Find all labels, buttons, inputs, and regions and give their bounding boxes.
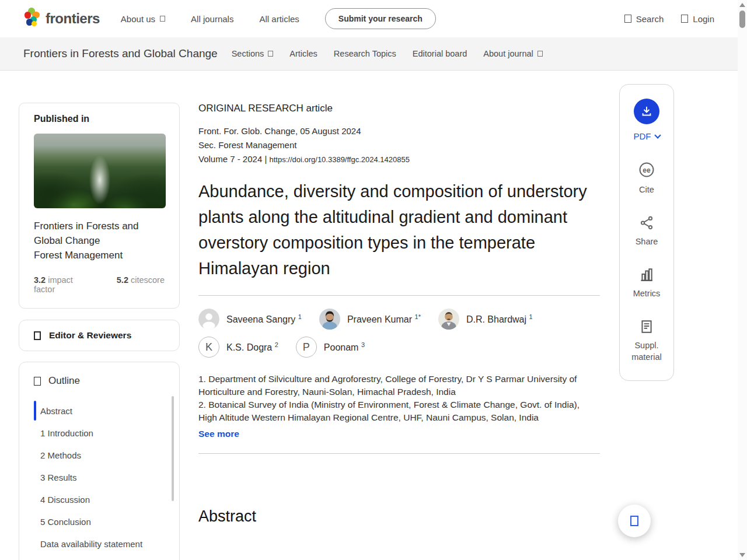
journal-nav-about-journal[interactable]: About journal: [483, 49, 542, 58]
journal-nav-editorial-board[interactable]: Editorial board: [413, 49, 467, 58]
outline-scrollbar-thumb[interactable]: [172, 396, 174, 501]
pdf-dropdown[interactable]: PDF: [634, 131, 660, 141]
section-line: Sec. Forest Management: [198, 138, 600, 152]
journal-nav-articles[interactable]: Articles: [289, 49, 317, 58]
divider: [198, 295, 600, 296]
metrics-button[interactable]: Metrics: [633, 267, 661, 299]
chat-icon: [630, 516, 638, 526]
outline-item-conclusion[interactable]: 5 Conclusion: [19, 510, 179, 533]
submit-research-button[interactable]: Submit your research: [325, 8, 436, 29]
see-more-link[interactable]: See more: [198, 429, 239, 439]
journal-navbar: Frontiers in Forests and Global Change S…: [0, 37, 738, 71]
frontiers-logo-icon: [23, 7, 41, 30]
cite-button[interactable]: ee Cite: [638, 161, 655, 195]
affiliation-2: 2. Botanical Survey of India (Ministry o…: [198, 398, 600, 424]
scroll-down-arrow[interactable]: [739, 553, 745, 557]
page: frontiers About us All journals All arti…: [0, 0, 747, 560]
editor-reviewers-label: Editor & Reviewers: [49, 330, 131, 341]
citation-line: Front. For. Glob. Change, 05 August 2024: [198, 124, 600, 138]
login-button[interactable]: Login: [681, 14, 714, 24]
outline-icon: [34, 377, 41, 386]
login-icon: [681, 15, 688, 23]
svg-text:ee: ee: [643, 166, 651, 174]
journal-name-link[interactable]: Frontiers in Forests and Global Change F…: [34, 219, 165, 262]
editor-icon: [34, 331, 41, 340]
topnav-links: About us All journals All articles Submi…: [121, 8, 436, 29]
author-dr-bhardwaj[interactable]: D.R. Bhardwaj 1: [438, 309, 533, 330]
nav-about-us[interactable]: About us: [121, 14, 165, 24]
volume-doi-line: Volume 7 - 2024 | https://doi.org/10.338…: [198, 152, 600, 167]
page-scrollbar[interactable]: [738, 0, 747, 560]
impact-factor: 3.2impact factor: [34, 275, 96, 294]
author-ks-dogra[interactable]: K K.S. Dogra 2: [198, 337, 278, 358]
outline-item-abstract[interactable]: Abstract: [19, 400, 179, 422]
editor-reviewers-card[interactable]: Editor & Reviewers: [19, 320, 180, 351]
scrollbar-thumb[interactable]: [739, 10, 745, 28]
nav-all-articles[interactable]: All articles: [259, 14, 299, 24]
left-sidebar: Published in Frontiers in Forests and Gl…: [19, 103, 180, 560]
nav-all-journals[interactable]: All journals: [191, 14, 233, 24]
share-icon: [639, 215, 654, 230]
article-title: Abundance, diversity and composition of …: [198, 178, 600, 281]
outline-item-results[interactable]: 3 Results: [19, 466, 179, 488]
outline-card: Outline Abstract 1 Introduction 2 Method…: [19, 362, 180, 560]
author-avatar-silhouette-icon: [198, 309, 219, 330]
affiliation-1: 1. Department of Silviculture and Agrofo…: [198, 373, 600, 398]
citescore: 5.2citescore: [117, 275, 165, 294]
author-avatar-photo: [319, 309, 340, 330]
chevron-down-icon: [654, 132, 661, 138]
chat-help-button[interactable]: [618, 505, 651, 537]
topnav-right: Search Login: [624, 14, 714, 24]
author-avatar-photo: [438, 309, 459, 330]
author-poonam[interactable]: P Poonam 3: [296, 337, 365, 358]
outline-list: Abstract 1 Introduction 2 Methods 3 Resu…: [19, 400, 179, 560]
author-avatar-letter: P: [296, 337, 317, 358]
document-icon: [639, 319, 654, 334]
article-type-label: ORIGINAL RESEARCH article: [198, 103, 600, 114]
outline-item-discussion[interactable]: 4 Discussion: [19, 488, 179, 510]
author-saveena-sangry[interactable]: Saveena Sangry 1: [198, 309, 302, 330]
dropdown-indicator-icon: [268, 51, 273, 57]
journal-nav-sections[interactable]: Sections: [232, 49, 274, 58]
doi-link[interactable]: https://doi.org/10.3389/ffgc.2024.142085…: [270, 155, 410, 164]
dropdown-indicator-icon: [160, 16, 165, 22]
search-button[interactable]: Search: [624, 14, 664, 24]
outline-item-methods[interactable]: 2 Methods: [19, 444, 179, 466]
scroll-up-arrow[interactable]: [739, 3, 745, 7]
outline-title: Outline: [48, 375, 80, 387]
outline-item-data-availability[interactable]: Data availability statement: [19, 533, 179, 555]
share-button[interactable]: Share: [636, 215, 658, 247]
article-main: ORIGINAL RESEARCH article Front. For. Gl…: [198, 103, 600, 526]
abstract-heading: Abstract: [198, 508, 600, 526]
top-navbar: frontiers About us All journals All arti…: [0, 0, 738, 37]
author-avatar-letter: K: [198, 337, 219, 358]
dropdown-indicator-icon: [537, 51, 543, 57]
frontiers-logo[interactable]: frontiers: [23, 7, 100, 30]
download-icon: [640, 105, 653, 118]
journal-cover-image[interactable]: [34, 134, 166, 208]
outline-item-author-contributions[interactable]: Author contributions: [19, 555, 179, 560]
journal-nav-links: Sections Articles Research Topics Editor…: [232, 49, 543, 58]
cite-icon: ee: [638, 161, 655, 178]
journal-home-link[interactable]: Frontiers in Forests and Global Change: [23, 47, 218, 60]
author-praveen-kumar[interactable]: Praveen Kumar 1*: [319, 309, 421, 330]
outline-header[interactable]: Outline: [19, 375, 179, 387]
article-meta: Front. For. Glob. Change, 05 August 2024…: [198, 124, 600, 167]
author-list: Saveena Sangry 1 Praveen Kumar 1* D.R. B…: [198, 309, 600, 358]
journal-nav-research-topics[interactable]: Research Topics: [334, 49, 396, 58]
published-in-card: Published in Frontiers in Forests and Gl…: [19, 103, 180, 309]
brand-name: frontiers: [46, 10, 100, 27]
published-in-heading: Published in: [34, 114, 165, 124]
search-icon: [624, 15, 631, 23]
action-rail: PDF ee Cite Share: [619, 84, 674, 381]
outline-item-introduction[interactable]: 1 Introduction: [19, 422, 179, 444]
pdf-download-button[interactable]: [634, 99, 659, 124]
supplementary-material-button[interactable]: Suppl.material: [631, 319, 662, 363]
affiliations: 1. Department of Silviculture and Agrofo…: [198, 373, 600, 439]
divider: [198, 453, 600, 454]
metrics-icon: [639, 267, 654, 282]
journal-metrics: 3.2impact factor 5.2citescore: [34, 275, 165, 294]
